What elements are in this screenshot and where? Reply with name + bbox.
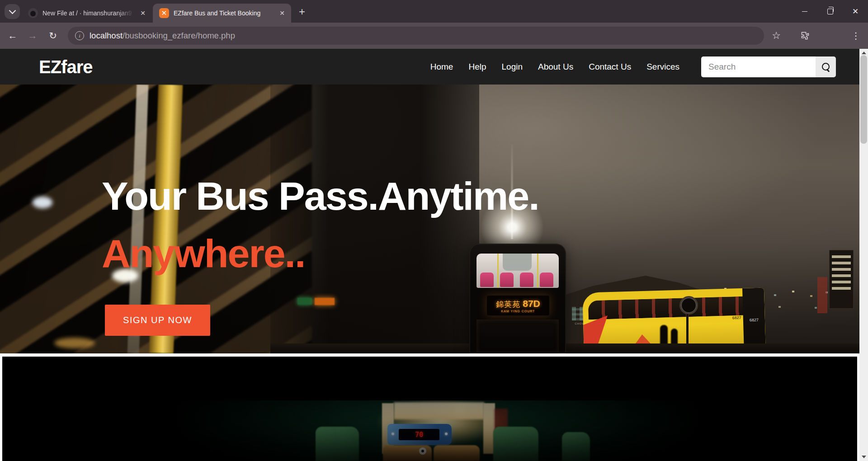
url-path: /busbooking_ezfare/home.php xyxy=(123,31,235,40)
bus-pink-seat xyxy=(500,273,514,287)
nav-links: Home Help Login About Us Contact Us Serv… xyxy=(430,49,679,85)
bus-pink-seat xyxy=(480,273,494,287)
nav-link-services[interactable]: Services xyxy=(646,62,679,72)
tab-close-icon[interactable]: ✕ xyxy=(277,8,288,19)
bottom-black-section: 70 xyxy=(2,357,857,461)
bus-lower-front xyxy=(476,320,559,353)
tab-title: New File at / · himanshuranjan9 xyxy=(42,9,134,17)
hero-small-amber-led xyxy=(315,298,335,305)
bus-interior-photo: 70 xyxy=(2,400,857,461)
chevron-down-icon xyxy=(9,7,16,14)
yellow-bus-number: 6827 xyxy=(732,315,741,320)
address-bar[interactable]: i localhost/busbooking_ezfare/home.php xyxy=(68,27,764,45)
webpage-viewport: EZfare Home Help Login About Us Contact … xyxy=(0,49,859,461)
hero-headline-line2: Anywhere.. xyxy=(102,234,305,273)
led-destination-chinese: 錦英苑 xyxy=(496,299,520,310)
yellow-bus-front: 6827 xyxy=(742,287,766,351)
browser-tab-inactive[interactable]: New File at / · himanshuranjan9 ✕ xyxy=(22,4,152,23)
hero-headline-line1: Your Bus Pass.Anytime. xyxy=(102,176,539,216)
tab-title: EZfare Bus and Ticket Booking xyxy=(174,9,273,17)
hero-center-doubledecker-bus: 錦英苑 87D KAM YING COURT xyxy=(469,244,566,353)
hero-small-green-led xyxy=(297,298,312,305)
site-info-icon[interactable]: i xyxy=(75,31,84,40)
reload-icon[interactable]: ↻ xyxy=(45,28,61,43)
window-minimize-button[interactable] xyxy=(792,0,817,23)
minimize-icon xyxy=(802,11,807,12)
search-input[interactable] xyxy=(701,56,816,77)
tab-close-icon[interactable]: ✕ xyxy=(137,8,148,19)
lit-tower xyxy=(829,250,854,309)
restore-icon xyxy=(827,9,833,14)
hero-dark-street xyxy=(270,85,479,353)
bus-fleet-number: 6827 xyxy=(750,318,759,323)
nav-link-home[interactable]: Home xyxy=(430,62,453,72)
bus-stop-sign xyxy=(679,296,698,315)
site-logo[interactable]: EZfare xyxy=(39,56,93,77)
nav-link-contact-us[interactable]: Contact Us xyxy=(589,62,631,72)
search-button[interactable] xyxy=(816,56,836,77)
back-icon[interactable]: ← xyxy=(5,28,20,43)
yellow-bus-window-band xyxy=(588,296,746,320)
search-icon xyxy=(822,63,830,71)
xampp-favicon-icon: ✕ xyxy=(159,8,169,18)
red-building xyxy=(817,277,827,313)
tab-search-button[interactable] xyxy=(5,4,20,19)
hero-light-blur xyxy=(54,338,95,348)
nav-link-about-us[interactable]: About Us xyxy=(538,62,573,72)
search-group xyxy=(701,56,836,77)
scrollbar-down-arrow-icon[interactable] xyxy=(862,456,866,458)
led-destination-english: KAM YING COURT xyxy=(501,310,535,313)
bus-pink-seat xyxy=(520,273,533,287)
browser-menu-kebab-icon[interactable]: ⋮ xyxy=(848,28,863,43)
hero-light-blur xyxy=(33,197,52,208)
extensions-puzzle-icon[interactable] xyxy=(797,28,813,43)
window-controls: ✕ xyxy=(792,0,868,23)
bookmark-star-icon[interactable]: ☆ xyxy=(769,28,784,43)
led-route-number: 87D xyxy=(523,298,540,309)
scrollbar-thumb[interactable] xyxy=(860,55,867,144)
scrollbar-up-arrow-icon[interactable] xyxy=(862,52,866,54)
interior-vignette xyxy=(2,400,857,461)
nav-link-help[interactable]: Help xyxy=(468,62,486,72)
browser-toolbar: ← → ↻ i localhost/busbooking_ezfare/home… xyxy=(0,23,868,49)
puzzle-icon xyxy=(801,31,810,40)
browser-tab-bar: New File at / · himanshuranjan9 ✕ ✕ EZfa… xyxy=(0,0,868,23)
browser-tab-active[interactable]: ✕ EZfare Bus and Ticket Booking ✕ xyxy=(153,4,291,23)
bus-pink-seat xyxy=(540,273,553,287)
page-scrollbar[interactable] xyxy=(859,49,868,461)
url-host: localhost xyxy=(90,31,123,40)
hero-section: CHOW YEI CHING BUILDING 6827 6827 xyxy=(0,85,859,353)
bus-handrail-pole xyxy=(497,254,499,288)
bus-roof-hatch xyxy=(503,254,532,271)
new-tab-button[interactable]: + xyxy=(296,5,308,18)
github-favicon-icon xyxy=(28,8,38,18)
led-destination-row: 錦英苑 87D xyxy=(496,298,540,310)
tower-windows xyxy=(832,254,851,290)
forward-icon: → xyxy=(25,28,40,43)
url-text: localhost/busbooking_ezfare/home.php xyxy=(90,31,235,41)
site-navbar: EZfare Home Help Login About Us Contact … xyxy=(0,49,859,85)
bus-handrail-pole xyxy=(537,254,538,288)
sign-up-now-button[interactable]: SIGN UP NOW xyxy=(105,305,210,336)
bus-upper-deck-window xyxy=(476,254,559,288)
window-close-button[interactable]: ✕ xyxy=(843,0,868,23)
nav-link-login[interactable]: Login xyxy=(502,62,523,72)
bus-destination-led: 錦英苑 87D KAM YING COURT xyxy=(486,295,550,316)
window-restore-button[interactable] xyxy=(817,0,843,23)
